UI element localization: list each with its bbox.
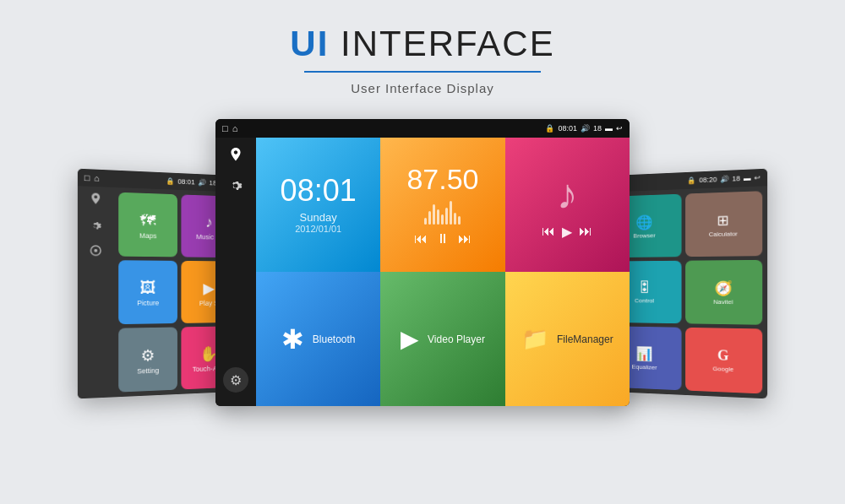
right-time: 08:20 (699, 176, 717, 184)
sidebar-gear-icon[interactable] (90, 245, 102, 258)
music-play-icon[interactable]: ▶ (562, 224, 572, 240)
left-time: 08:01 (177, 177, 194, 186)
screens-container: □ ⌂ 🔒 08:01 🔊 18 ▬ ↩ (0, 119, 845, 406)
maps-tile[interactable]: 🗺 Maps (118, 192, 177, 257)
setting-icon: ⚙ (141, 345, 155, 364)
right-battery-level: 18 (732, 175, 740, 183)
navitel-label: Navitel (713, 298, 733, 305)
radio-bars (424, 199, 461, 225)
clock-day: Sunday (300, 211, 337, 224)
center-location-icon[interactable] (229, 148, 243, 167)
house-icon: ⌂ (94, 173, 99, 182)
picture-label: Picture (137, 299, 159, 306)
bar-1 (424, 218, 427, 225)
center-time: 08:01 (558, 124, 577, 133)
navitel-tile[interactable]: 🧭 Navitel (685, 260, 763, 325)
setting-tile[interactable]: ⚙ Setting (118, 328, 177, 393)
sidebar-settings-icon[interactable] (90, 220, 102, 234)
clock-date: 2012/01/01 (295, 224, 341, 234)
center-battery-icon: ▬ (605, 124, 613, 133)
bar-6 (445, 208, 448, 225)
browser-icon: 🌐 (636, 214, 653, 230)
center-status-left: □ ⌂ (222, 123, 237, 133)
radio-play-icon[interactable]: ⏸ (436, 231, 450, 247)
control-label: Control (635, 297, 654, 304)
right-dot-2 (681, 398, 686, 398)
left-status-left: □ ⌂ (84, 173, 100, 183)
bar-4 (437, 209, 439, 225)
equalizer-icon: 📊 (636, 345, 653, 362)
dot-3 (167, 398, 172, 398)
bluetooth-tile[interactable]: ✱ Bluetooth (256, 272, 380, 406)
center-home-icon: □ (222, 123, 228, 133)
video-label: Video Player (428, 333, 485, 345)
right-back-icon[interactable]: ↩ (754, 174, 760, 182)
video-icon: ▶ (401, 325, 419, 353)
maps-icon: 🗺 (140, 212, 156, 230)
filemanager-label: FileManager (557, 333, 613, 345)
title-ui: UI (290, 24, 329, 63)
plays-icon: ▶ (204, 279, 215, 296)
bar-2 (428, 211, 431, 225)
calculator-icon: ⊞ (717, 211, 729, 229)
bluetooth-label: Bluetooth (313, 333, 356, 345)
center-gear-icon[interactable]: ⚙ (223, 367, 248, 393)
control-icon: 🎛 (637, 280, 651, 296)
google-icon: G (717, 348, 728, 365)
bar-9 (458, 216, 461, 225)
bar-8 (454, 213, 456, 225)
bluetooth-icon: ✱ (281, 323, 304, 355)
folder-icon: 📁 (521, 326, 548, 352)
center-lock-icon: 🔒 (545, 124, 554, 133)
radio-controls: ⏮ ⏸ ⏭ (414, 231, 472, 247)
music-tile[interactable]: ♪ ⏮ ▶ ⏭ (505, 138, 630, 272)
filemanager-tile[interactable]: 📁 FileManager (505, 272, 630, 406)
navitel-icon: 🧭 (714, 279, 732, 296)
maps-label: Maps (139, 232, 156, 241)
music-next-icon[interactable]: ⏭ (579, 224, 592, 240)
music-controls: ⏮ ▶ ⏭ (542, 224, 592, 240)
calculator-tile[interactable]: ⊞ Calculator (685, 191, 763, 257)
bar-3 (433, 204, 435, 225)
clock-time: 08:01 (281, 176, 357, 206)
sidebar-location-icon[interactable] (90, 192, 102, 209)
google-tile[interactable]: G Google (685, 328, 763, 394)
musicpl-icon: ♪ (205, 214, 213, 231)
lock-icon: 🔒 (166, 177, 175, 185)
picture-icon: 🖼 (140, 279, 156, 296)
center-house-icon: ⌂ (232, 123, 238, 133)
page-header: UI INTERFACE User Interface Display (290, 0, 554, 104)
right-volume-icon: 🔊 (720, 175, 728, 183)
radio-next-icon[interactable]: ⏭ (458, 231, 472, 247)
google-label: Google (713, 366, 733, 373)
right-lock-icon: 🔒 (687, 176, 695, 185)
music-note-icon: ♪ (557, 170, 578, 219)
center-back-icon[interactable]: ↩ (616, 124, 623, 133)
center-sidebar: ⚙ (215, 138, 256, 406)
radio-prev-icon[interactable]: ⏮ (414, 231, 428, 247)
bar-5 (441, 214, 444, 225)
dot-2 (160, 398, 165, 398)
right-status-right: 🔒 08:20 🔊 18 ▬ ↩ (687, 174, 760, 185)
center-screen-body: ⚙ 08:01 Sunday 2012/01/01 87.50 (215, 138, 630, 406)
dot-1 (152, 398, 157, 399)
center-status-right: 🔒 08:01 🔊 18 ▬ ↩ (545, 124, 623, 133)
page-title: UI INTERFACE (290, 24, 554, 64)
svg-point-1 (94, 249, 97, 252)
radio-tile[interactable]: 87.50 ⏮ ⏸ ⏭ (380, 138, 504, 272)
picture-tile[interactable]: 🖼 Picture (118, 260, 177, 324)
video-tile[interactable]: ▶ Video Player (380, 272, 504, 406)
center-battery-level: 18 (593, 124, 602, 133)
browser-label: Browser (633, 231, 655, 239)
music-prev-icon[interactable]: ⏮ (542, 224, 555, 240)
center-status-bar: □ ⌂ 🔒 08:01 🔊 18 ▬ ↩ (215, 119, 630, 138)
right-dot-1 (673, 398, 677, 398)
radio-freq: 87.50 (406, 163, 478, 196)
center-settings-icon[interactable] (229, 179, 243, 195)
center-tiles: 08:01 Sunday 2012/01/01 87.50 (256, 138, 630, 406)
center-volume-icon: 🔊 (581, 124, 590, 133)
title-divider (304, 71, 541, 73)
right-dot-3 (689, 398, 694, 399)
setting-label: Setting (137, 366, 159, 375)
clock-tile[interactable]: 08:01 Sunday 2012/01/01 (256, 138, 380, 272)
